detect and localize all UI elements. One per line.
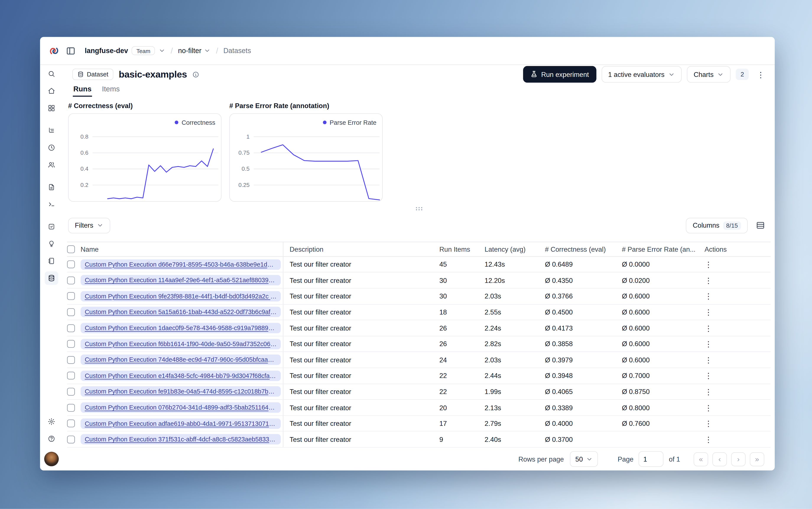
user-avatar[interactable] — [44, 452, 59, 466]
row-actions-button[interactable]: ⋮ — [698, 261, 712, 268]
sidebar-item-evaluators[interactable] — [45, 237, 58, 250]
run-name-link[interactable]: Custom Python Execution 076b2704-341d-48… — [80, 402, 281, 413]
filters-button[interactable]: Filters — [68, 218, 110, 233]
active-evaluators-dropdown[interactable]: 1 active evaluators — [601, 66, 682, 83]
column-header-correctness[interactable]: # Correctness (eval) — [545, 242, 622, 256]
run-name-link[interactable]: Custom Python Execution 5a15a616-1bab-44… — [80, 307, 281, 317]
langfuse-logo-icon — [47, 44, 61, 58]
run-name-link[interactable]: Custom Python Execution f6bb1614-1f90-40… — [80, 339, 281, 349]
select-all-checkbox[interactable] — [67, 245, 75, 253]
row-checkbox[interactable] — [67, 356, 75, 364]
tab-runs[interactable]: Runs — [73, 85, 92, 97]
sidebar-item-playground[interactable] — [45, 198, 58, 211]
sidebar-item-tracing[interactable] — [45, 124, 58, 137]
dataset-info-icon[interactable] — [192, 71, 199, 78]
sidebar-item-search[interactable] — [45, 67, 58, 80]
row-checkbox[interactable] — [67, 372, 75, 380]
latency-value: 2.82s — [485, 336, 545, 351]
breadcrumb-section[interactable]: Datasets — [223, 47, 251, 55]
page-actions-menu-icon[interactable]: ⋮ — [754, 67, 767, 82]
svg-text:0.4: 0.4 — [80, 166, 89, 172]
row-height-toggle-icon[interactable] — [753, 218, 767, 233]
columns-count-badge: 8/15 — [723, 222, 741, 230]
sidebar-item-settings[interactable] — [45, 415, 58, 428]
column-header-name[interactable]: Name — [80, 242, 283, 256]
row-actions-button[interactable]: ⋮ — [698, 388, 712, 396]
row-actions-button[interactable]: ⋮ — [698, 435, 712, 443]
column-header-run-items[interactable]: Run Items — [439, 242, 485, 256]
table-row: Custom Python Execution adfae619-abb0-4d… — [67, 416, 771, 432]
row-checkbox[interactable] — [67, 388, 75, 396]
square-check-icon — [48, 222, 55, 231]
rows-per-page-select[interactable]: 50 — [570, 451, 598, 467]
row-actions-button[interactable]: ⋮ — [698, 372, 712, 380]
parse-error-value: Ø 0.7600 — [622, 416, 698, 431]
last-page-button[interactable]: » — [750, 452, 764, 466]
sidebar-item-dashboards[interactable] — [45, 101, 58, 115]
row-actions-button[interactable]: ⋮ — [698, 419, 712, 427]
row-checkbox[interactable] — [67, 324, 75, 332]
latency-value: 1.99s — [485, 384, 545, 399]
run-name-link[interactable]: Custom Python Execution 371f531c-abff-4d… — [80, 434, 281, 444]
run-name-link[interactable]: Custom Python Execution d66e7991-8595-45… — [80, 259, 281, 270]
row-checkbox[interactable] — [67, 261, 75, 268]
chart-resize-handle-icon[interactable] — [414, 204, 424, 214]
run-name-link[interactable]: Custom Python Execution adfae619-abb0-4d… — [80, 418, 281, 429]
sidebar-item-prompts[interactable] — [45, 180, 58, 194]
run-name-link[interactable]: Custom Python Execution 1daec0f9-5e78-43… — [80, 323, 281, 333]
chevron-down-icon — [717, 71, 724, 78]
column-header-parse-error[interactable]: # Parse Error Rate (an... — [622, 242, 698, 256]
correctness-value: Ø 0.4065 — [545, 384, 622, 399]
breadcrumb-project: no-filter — [178, 47, 201, 55]
org-switcher-chevron-icon[interactable] — [159, 47, 165, 54]
sidebar-item-sessions[interactable] — [45, 141, 58, 154]
row-actions-button[interactable]: ⋮ — [698, 340, 712, 348]
row-actions-button[interactable]: ⋮ — [698, 308, 712, 316]
next-page-button[interactable]: › — [731, 452, 745, 466]
page-title: basic-examples — [119, 69, 187, 80]
run-items-value: 45 — [439, 257, 485, 272]
sidebar-item-playbooks[interactable] — [45, 254, 58, 268]
previous-page-button[interactable]: ‹ — [712, 452, 727, 466]
row-checkbox[interactable] — [67, 419, 75, 427]
project-switcher[interactable]: no-filter — [178, 47, 211, 55]
latency-value: 2.40s — [485, 432, 545, 447]
row-checkbox[interactable] — [67, 404, 75, 411]
row-actions-button[interactable]: ⋮ — [698, 293, 712, 300]
correctness-chart: Correctness 0.80.60.40.2 — [68, 113, 222, 202]
sidebar-toggle-icon[interactable] — [66, 46, 75, 55]
charts-dropdown[interactable]: Charts — [687, 66, 731, 83]
tab-bar: Runs Items — [63, 83, 775, 97]
column-header-description[interactable]: Description — [283, 242, 439, 256]
row-checkbox[interactable] — [67, 293, 75, 300]
parse-error-value: Ø 0.8750 — [622, 384, 698, 399]
lightbulb-icon — [48, 239, 55, 248]
run-name-link[interactable]: Custom Python Execution 9fe23f98-881e-44… — [80, 291, 281, 302]
sidebar-item-support[interactable] — [45, 432, 58, 445]
sidebar-item-home[interactable] — [45, 84, 58, 98]
row-actions-button[interactable]: ⋮ — [698, 404, 712, 411]
row-checkbox[interactable] — [67, 340, 75, 348]
row-checkbox[interactable] — [67, 276, 75, 284]
row-actions-button[interactable]: ⋮ — [698, 324, 712, 332]
run-name-link[interactable]: Custom Python Execution e14fa348-5cfc-49… — [80, 371, 281, 381]
sidebar-item-datasets[interactable] — [45, 271, 58, 285]
row-actions-button[interactable]: ⋮ — [698, 276, 712, 284]
page-number-input[interactable] — [639, 451, 664, 467]
parse-error-value: Ø 0.6000 — [622, 305, 698, 320]
columns-button[interactable]: Columns 8/15 — [686, 218, 748, 233]
sidebar-item-annotations[interactable] — [45, 220, 58, 233]
row-actions-button[interactable]: ⋮ — [698, 356, 712, 364]
row-checkbox[interactable] — [67, 435, 75, 443]
run-name-link[interactable]: Custom Python Execution 74de488e-ec9d-47… — [80, 354, 281, 365]
column-header-latency[interactable]: Latency (avg) — [485, 242, 545, 256]
tab-items[interactable]: Items — [101, 85, 120, 97]
row-checkbox[interactable] — [67, 308, 75, 316]
first-page-button[interactable]: « — [694, 452, 708, 466]
run-experiment-button[interactable]: Run experiment — [523, 66, 596, 83]
breadcrumb-org[interactable]: langfuse-dev — [85, 47, 128, 55]
run-description: Test our filter creator — [283, 352, 439, 368]
sidebar-item-users[interactable] — [45, 158, 58, 172]
run-name-link[interactable]: Custom Python Execution fe91b83e-04a5-47… — [80, 386, 281, 397]
run-name-link[interactable]: Custom Python Execution 114aa9ef-29e6-4e… — [80, 275, 281, 285]
